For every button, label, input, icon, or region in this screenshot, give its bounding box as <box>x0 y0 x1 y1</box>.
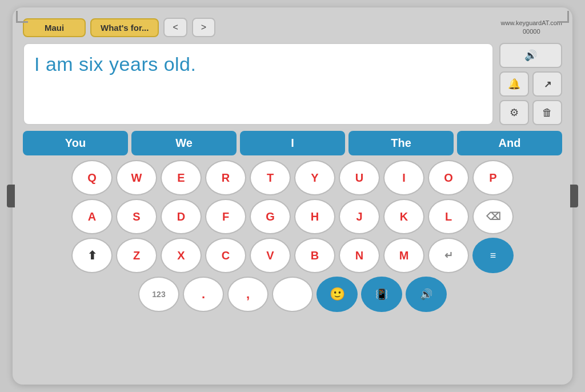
key-v[interactable]: V <box>250 238 291 273</box>
key-j[interactable]: J <box>339 199 380 234</box>
key-x[interactable]: X <box>161 238 202 273</box>
key-i[interactable]: I <box>383 160 424 195</box>
key-e[interactable]: E <box>161 160 202 195</box>
comma-button[interactable]: , <box>227 277 269 312</box>
key-u[interactable]: U <box>339 160 380 195</box>
key-k[interactable]: K <box>383 199 424 234</box>
action-panel: 🔊 🔔 ↗ ⚙ 🗑 <box>499 43 562 125</box>
emoji-button[interactable]: 🙂 <box>316 277 358 312</box>
trash-button[interactable]: 🗑 <box>532 100 562 125</box>
key-g[interactable]: G <box>250 199 291 234</box>
export-button[interactable]: ↗ <box>532 71 562 97</box>
keyboard: Q W E R T Y U I O P A S D F G H J K L ⌫ … <box>23 160 562 312</box>
backspace-button[interactable]: ⌫ <box>472 199 514 234</box>
keyboard-row-3: ⬆ Z X C V B N M ↵ ≡ <box>23 238 562 273</box>
word-prediction-i[interactable]: I <box>240 131 345 155</box>
key-p[interactable]: P <box>472 160 514 195</box>
key-r[interactable]: R <box>205 160 246 195</box>
key-a[interactable]: A <box>71 199 113 234</box>
trash-icon: 🗑 <box>542 107 552 119</box>
quick-phrase-whats[interactable]: What's for... <box>90 18 159 37</box>
settings-button[interactable]: ⚙ <box>499 100 529 125</box>
key-t[interactable]: T <box>250 160 291 195</box>
key-d[interactable]: D <box>161 199 202 234</box>
keyboard-row-1: Q W E R T Y U I O P <box>23 160 562 195</box>
key-o[interactable]: O <box>428 160 469 195</box>
key-q[interactable]: Q <box>71 160 113 195</box>
nav-forward-button[interactable]: > <box>192 18 215 37</box>
text-display: I am six years old. <box>23 43 494 125</box>
enter-button[interactable]: ↵ <box>428 238 469 273</box>
key-h[interactable]: H <box>294 199 335 234</box>
key-m[interactable]: M <box>383 238 424 273</box>
word-prediction-row: You We I The And <box>23 131 562 155</box>
main-area: I am six years old. 🔊 🔔 ↗ ⚙ 🗑 <box>23 43 562 125</box>
key-f[interactable]: F <box>205 199 246 234</box>
quick-phrase-maui[interactable]: Maui <box>23 18 86 37</box>
speaker-button[interactable]: 🔊 <box>499 43 562 68</box>
speaker-dark-button[interactable]: 🔊 <box>406 277 447 312</box>
word-prediction-and[interactable]: And <box>457 131 562 155</box>
export-icon: ↗ <box>544 79 551 90</box>
action-row-1: 🔔 ↗ <box>499 71 562 97</box>
key-s[interactable]: S <box>116 199 157 234</box>
action-row-2: ⚙ 🗑 <box>499 100 562 125</box>
speaker-icon: 🔊 <box>524 49 537 62</box>
key-z[interactable]: Z <box>116 238 157 273</box>
key-l[interactable]: L <box>428 199 469 234</box>
key-y[interactable]: Y <box>294 160 335 195</box>
website-info: www.keyguardAT.com 00000 <box>501 19 562 37</box>
space-button[interactable] <box>272 277 313 312</box>
word-prediction-you[interactable]: You <box>23 131 128 155</box>
vibrate-button[interactable]: 📳 <box>361 277 402 312</box>
word-prediction-we[interactable]: We <box>131 131 237 155</box>
key-b[interactable]: B <box>294 238 335 273</box>
key-c[interactable]: C <box>205 238 246 273</box>
top-bar: Maui What's for... < > www.keyguardAT.co… <box>23 18 562 37</box>
shift-button[interactable]: ⬆ <box>71 238 113 273</box>
text-display-content: I am six years old. <box>34 53 196 75</box>
period-button[interactable]: . <box>183 277 224 312</box>
bell-icon: 🔔 <box>508 78 520 90</box>
key-n[interactable]: N <box>339 238 380 273</box>
keyboard-row-2: A S D F G H J K L ⌫ <box>23 199 562 234</box>
menu-button[interactable]: ≡ <box>472 238 514 273</box>
num-button[interactable]: 123 <box>138 277 179 312</box>
key-w[interactable]: W <box>116 160 157 195</box>
nav-back-button[interactable]: < <box>163 18 187 37</box>
gear-icon: ⚙ <box>510 106 519 119</box>
keyboard-bottom-row: 123 . , 🙂 📳 🔊 <box>23 277 562 312</box>
bell-button[interactable]: 🔔 <box>499 71 529 97</box>
word-prediction-the[interactable]: The <box>348 131 454 155</box>
